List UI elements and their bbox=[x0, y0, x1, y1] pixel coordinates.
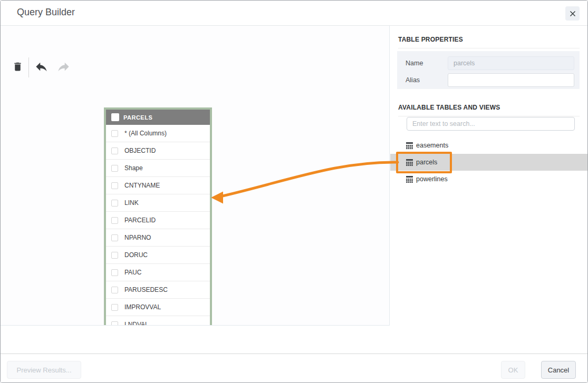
column-label: PARCELID bbox=[124, 217, 156, 224]
available-table-item-parcels[interactable]: parcels bbox=[390, 154, 588, 171]
table-properties-panel: Name Alias bbox=[397, 51, 580, 89]
available-tables-heading: AVAILABLE TABLES AND VIEWS bbox=[398, 104, 580, 116]
parcels-table-card[interactable]: PARCELS * (All Columns)OBJECTIDShapeCNTY… bbox=[104, 107, 212, 326]
close-icon bbox=[569, 10, 576, 17]
column-row[interactable]: PARCELID bbox=[106, 212, 210, 229]
dialog-title: Query Builder bbox=[17, 7, 75, 18]
column-label: LINK bbox=[124, 199, 139, 207]
right-panel: TABLE PROPERTIES Name Alias AVAILABLE TA… bbox=[390, 26, 588, 353]
column-row[interactable]: PARUSEDESC bbox=[106, 281, 210, 299]
column-label: CNTYNAME bbox=[124, 182, 160, 189]
alias-field[interactable] bbox=[448, 73, 574, 87]
preview-results-button[interactable]: Preview Results... bbox=[7, 361, 81, 379]
column-label: * (All Columns) bbox=[124, 130, 167, 137]
available-table-label: powerlines bbox=[416, 175, 448, 183]
name-label: Name bbox=[406, 60, 448, 67]
column-row[interactable]: * (All Columns) bbox=[106, 125, 210, 142]
column-checkbox[interactable] bbox=[111, 130, 118, 137]
column-checkbox[interactable] bbox=[111, 148, 118, 154]
column-checkbox[interactable] bbox=[111, 252, 118, 259]
table-grid-icon bbox=[406, 142, 413, 149]
undo-button[interactable] bbox=[31, 56, 51, 76]
table-card-header[interactable]: PARCELS bbox=[106, 110, 210, 125]
available-table-item-powerlines[interactable]: powerlines bbox=[390, 171, 588, 188]
column-checkbox[interactable] bbox=[111, 182, 118, 189]
title-bar: Query Builder bbox=[1, 1, 587, 26]
search-box bbox=[407, 117, 575, 131]
column-label: NPARNO bbox=[124, 234, 151, 241]
column-row[interactable]: DORUC bbox=[106, 247, 210, 264]
column-row[interactable]: PAUC bbox=[106, 264, 210, 281]
table-properties-heading: TABLE PROPERTIES bbox=[398, 36, 580, 48]
column-checkbox[interactable] bbox=[111, 234, 118, 241]
alias-row: Alias bbox=[406, 73, 574, 87]
table-card-rows: * (All Columns)OBJECTIDShapeCNTYNAMELINK… bbox=[106, 125, 210, 326]
column-checkbox[interactable] bbox=[111, 269, 118, 276]
select-all-checkbox[interactable] bbox=[111, 113, 119, 121]
search-input[interactable] bbox=[407, 117, 575, 131]
cancel-button[interactable]: Cancel bbox=[541, 361, 576, 379]
close-button[interactable] bbox=[565, 6, 580, 21]
column-checkbox[interactable] bbox=[111, 165, 118, 172]
query-builder-dialog: Query Builder bbox=[0, 0, 588, 383]
column-checkbox[interactable] bbox=[111, 287, 118, 293]
column-label: PARUSEDESC bbox=[124, 286, 168, 293]
column-checkbox[interactable] bbox=[111, 200, 118, 207]
available-table-label: parcels bbox=[416, 159, 437, 166]
available-table-item-easements[interactable]: easements bbox=[390, 137, 588, 154]
column-row[interactable]: NPARNO bbox=[106, 229, 210, 247]
table-grid-icon bbox=[406, 159, 413, 166]
column-label: PAUC bbox=[124, 269, 141, 276]
column-label: OBJECTID bbox=[124, 147, 156, 154]
table-grid-icon bbox=[406, 176, 413, 183]
toolbar-separator bbox=[28, 57, 29, 77]
undo-icon bbox=[34, 60, 49, 74]
delete-button[interactable] bbox=[7, 56, 27, 76]
column-label: IMPROVVAL bbox=[124, 303, 161, 311]
trash-icon bbox=[12, 61, 23, 72]
column-row[interactable]: OBJECTID bbox=[106, 142, 210, 160]
column-row[interactable]: CNTYNAME bbox=[106, 177, 210, 194]
name-field bbox=[448, 56, 574, 70]
column-label: Shape bbox=[124, 164, 143, 172]
column-row[interactable]: IMPROVVAL bbox=[106, 299, 210, 316]
redo-button[interactable] bbox=[53, 56, 73, 76]
name-row: Name bbox=[406, 56, 574, 70]
ok-button[interactable]: OK bbox=[501, 361, 525, 379]
column-label: DORUC bbox=[124, 251, 148, 259]
table-card-title: PARCELS bbox=[123, 114, 152, 121]
column-row[interactable]: LINK bbox=[106, 194, 210, 212]
column-row[interactable]: LNDVAL bbox=[106, 316, 210, 326]
column-checkbox[interactable] bbox=[111, 217, 118, 224]
available-table-label: easements bbox=[416, 142, 448, 149]
alias-label: Alias bbox=[406, 76, 448, 84]
available-tables-list: easementsparcelspowerlines bbox=[390, 137, 588, 188]
column-checkbox[interactable] bbox=[111, 304, 118, 311]
column-label: LNDVAL bbox=[124, 321, 149, 326]
footer-bar: Preview Results... OK Cancel bbox=[1, 353, 587, 383]
query-canvas[interactable]: PARCELS * (All Columns)OBJECTIDShapeCNTY… bbox=[1, 26, 390, 326]
redo-icon bbox=[56, 60, 71, 74]
column-checkbox[interactable] bbox=[111, 321, 118, 326]
column-row[interactable]: Shape bbox=[106, 160, 210, 177]
